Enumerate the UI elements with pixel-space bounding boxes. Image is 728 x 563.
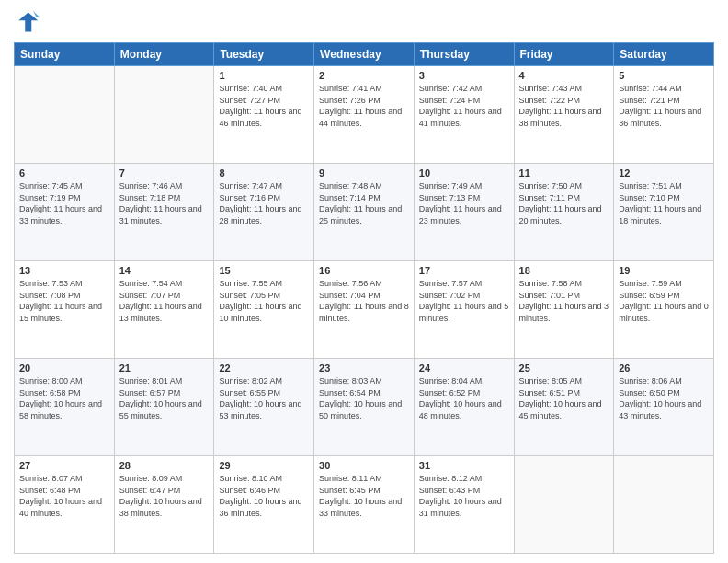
calendar-cell: 1Sunrise: 7:40 AM Sunset: 7:27 PM Daylig… [214, 66, 314, 164]
calendar-cell: 18Sunrise: 7:58 AM Sunset: 7:01 PM Dayli… [514, 261, 614, 359]
day-info: Sunrise: 8:01 AM Sunset: 6:57 PM Dayligh… [119, 375, 210, 421]
weekday-header-saturday: Saturday [614, 43, 714, 66]
calendar-cell: 26Sunrise: 8:06 AM Sunset: 6:50 PM Dayli… [614, 359, 714, 456]
day-number: 6 [19, 167, 109, 178]
weekday-header-tuesday: Tuesday [214, 43, 314, 66]
day-number: 22 [219, 362, 309, 373]
weekday-header-row: SundayMondayTuesdayWednesdayThursdayFrid… [15, 43, 714, 66]
day-number: 19 [619, 265, 709, 276]
day-number: 8 [219, 167, 309, 178]
day-info: Sunrise: 7:50 AM Sunset: 7:11 PM Dayligh… [519, 180, 609, 226]
calendar-cell: 25Sunrise: 8:05 AM Sunset: 6:51 PM Dayli… [514, 359, 614, 456]
calendar-cell: 27Sunrise: 8:07 AM Sunset: 6:48 PM Dayli… [15, 456, 115, 554]
week-row-2: 6Sunrise: 7:45 AM Sunset: 7:19 PM Daylig… [15, 164, 714, 261]
day-info: Sunrise: 7:59 AM Sunset: 6:59 PM Dayligh… [619, 278, 709, 324]
week-row-3: 13Sunrise: 7:53 AM Sunset: 7:08 PM Dayli… [15, 261, 714, 359]
calendar-cell: 17Sunrise: 7:57 AM Sunset: 7:02 PM Dayli… [414, 261, 514, 359]
weekday-header-wednesday: Wednesday [314, 43, 415, 66]
day-info: Sunrise: 7:55 AM Sunset: 7:05 PM Dayligh… [219, 278, 309, 324]
calendar-cell: 28Sunrise: 8:09 AM Sunset: 6:47 PM Dayli… [114, 456, 214, 554]
day-info: Sunrise: 7:58 AM Sunset: 7:01 PM Dayligh… [519, 278, 609, 324]
day-number: 18 [519, 265, 609, 276]
day-info: Sunrise: 7:47 AM Sunset: 7:16 PM Dayligh… [219, 180, 309, 226]
day-number: 26 [619, 362, 709, 373]
day-number: 14 [119, 265, 210, 276]
day-info: Sunrise: 8:02 AM Sunset: 6:55 PM Dayligh… [219, 375, 309, 421]
weekday-header-friday: Friday [514, 43, 614, 66]
calendar-cell: 14Sunrise: 7:54 AM Sunset: 7:07 PM Dayli… [114, 261, 214, 359]
weekday-header-thursday: Thursday [414, 43, 514, 66]
day-info: Sunrise: 7:48 AM Sunset: 7:14 PM Dayligh… [319, 180, 409, 226]
day-number: 7 [119, 167, 210, 178]
calendar-cell: 6Sunrise: 7:45 AM Sunset: 7:19 PM Daylig… [15, 164, 115, 261]
calendar-cell [514, 456, 614, 554]
calendar-cell: 21Sunrise: 8:01 AM Sunset: 6:57 PM Dayli… [114, 359, 214, 456]
day-number: 31 [419, 460, 509, 471]
day-number: 10 [419, 167, 509, 178]
calendar-cell: 11Sunrise: 7:50 AM Sunset: 7:11 PM Dayli… [514, 164, 614, 261]
day-info: Sunrise: 7:54 AM Sunset: 7:07 PM Dayligh… [119, 278, 210, 324]
day-info: Sunrise: 8:06 AM Sunset: 6:50 PM Dayligh… [619, 375, 709, 421]
day-info: Sunrise: 8:09 AM Sunset: 6:47 PM Dayligh… [119, 473, 210, 519]
calendar-cell [614, 456, 714, 554]
day-info: Sunrise: 8:10 AM Sunset: 6:46 PM Dayligh… [219, 473, 309, 519]
week-row-4: 20Sunrise: 8:00 AM Sunset: 6:58 PM Dayli… [15, 359, 714, 456]
day-info: Sunrise: 8:07 AM Sunset: 6:48 PM Dayligh… [19, 473, 109, 519]
calendar-cell [15, 66, 115, 164]
day-number: 3 [419, 70, 509, 81]
day-info: Sunrise: 8:00 AM Sunset: 6:58 PM Dayligh… [19, 375, 109, 421]
day-number: 24 [419, 362, 509, 373]
calendar-cell: 12Sunrise: 7:51 AM Sunset: 7:10 PM Dayli… [614, 164, 714, 261]
calendar-cell: 9Sunrise: 7:48 AM Sunset: 7:14 PM Daylig… [314, 164, 415, 261]
day-number: 1 [219, 70, 309, 81]
day-number: 20 [19, 362, 109, 373]
day-number: 27 [19, 460, 109, 471]
calendar-cell: 7Sunrise: 7:46 AM Sunset: 7:18 PM Daylig… [114, 164, 214, 261]
day-info: Sunrise: 7:46 AM Sunset: 7:18 PM Dayligh… [119, 180, 210, 226]
calendar-cell: 23Sunrise: 8:03 AM Sunset: 6:54 PM Dayli… [314, 359, 415, 456]
day-info: Sunrise: 7:53 AM Sunset: 7:08 PM Dayligh… [19, 278, 109, 324]
calendar-cell: 16Sunrise: 7:56 AM Sunset: 7:04 PM Dayli… [314, 261, 415, 359]
calendar-cell: 19Sunrise: 7:59 AM Sunset: 6:59 PM Dayli… [614, 261, 714, 359]
day-info: Sunrise: 7:40 AM Sunset: 7:27 PM Dayligh… [219, 83, 309, 129]
day-number: 11 [519, 167, 609, 178]
logo-icon [14, 9, 40, 35]
day-number: 29 [219, 460, 309, 471]
day-info: Sunrise: 8:12 AM Sunset: 6:43 PM Dayligh… [419, 473, 509, 519]
day-info: Sunrise: 7:56 AM Sunset: 7:04 PM Dayligh… [319, 278, 409, 324]
day-info: Sunrise: 7:43 AM Sunset: 7:22 PM Dayligh… [519, 83, 609, 129]
week-row-1: 1Sunrise: 7:40 AM Sunset: 7:27 PM Daylig… [15, 66, 714, 164]
calendar-cell: 24Sunrise: 8:04 AM Sunset: 6:52 PM Dayli… [414, 359, 514, 456]
day-number: 9 [319, 167, 409, 178]
day-info: Sunrise: 8:11 AM Sunset: 6:45 PM Dayligh… [319, 473, 409, 519]
weekday-header-sunday: Sunday [15, 43, 115, 66]
day-number: 30 [319, 460, 409, 471]
page: SundayMondayTuesdayWednesdayThursdayFrid… [0, 0, 728, 563]
calendar-cell: 31Sunrise: 8:12 AM Sunset: 6:43 PM Dayli… [414, 456, 514, 554]
day-info: Sunrise: 7:57 AM Sunset: 7:02 PM Dayligh… [419, 278, 509, 324]
day-number: 23 [319, 362, 409, 373]
calendar-cell: 8Sunrise: 7:47 AM Sunset: 7:16 PM Daylig… [214, 164, 314, 261]
day-info: Sunrise: 7:45 AM Sunset: 7:19 PM Dayligh… [19, 180, 109, 226]
calendar-cell: 15Sunrise: 7:55 AM Sunset: 7:05 PM Dayli… [214, 261, 314, 359]
day-number: 25 [519, 362, 609, 373]
day-info: Sunrise: 7:42 AM Sunset: 7:24 PM Dayligh… [419, 83, 509, 129]
day-number: 15 [219, 265, 309, 276]
day-number: 28 [119, 460, 210, 471]
day-number: 5 [619, 70, 709, 81]
calendar-cell: 22Sunrise: 8:02 AM Sunset: 6:55 PM Dayli… [214, 359, 314, 456]
day-number: 17 [419, 265, 509, 276]
calendar-cell: 29Sunrise: 8:10 AM Sunset: 6:46 PM Dayli… [214, 456, 314, 554]
calendar-cell: 2Sunrise: 7:41 AM Sunset: 7:26 PM Daylig… [314, 66, 415, 164]
calendar-cell: 10Sunrise: 7:49 AM Sunset: 7:13 PM Dayli… [414, 164, 514, 261]
day-info: Sunrise: 8:03 AM Sunset: 6:54 PM Dayligh… [319, 375, 409, 421]
calendar-cell: 4Sunrise: 7:43 AM Sunset: 7:22 PM Daylig… [514, 66, 614, 164]
day-number: 2 [319, 70, 409, 81]
day-number: 16 [319, 265, 409, 276]
day-info: Sunrise: 7:51 AM Sunset: 7:10 PM Dayligh… [619, 180, 709, 226]
header [14, 9, 714, 35]
calendar-cell [114, 66, 214, 164]
day-info: Sunrise: 8:05 AM Sunset: 6:51 PM Dayligh… [519, 375, 609, 421]
day-number: 12 [619, 167, 709, 178]
day-info: Sunrise: 8:04 AM Sunset: 6:52 PM Dayligh… [419, 375, 509, 421]
